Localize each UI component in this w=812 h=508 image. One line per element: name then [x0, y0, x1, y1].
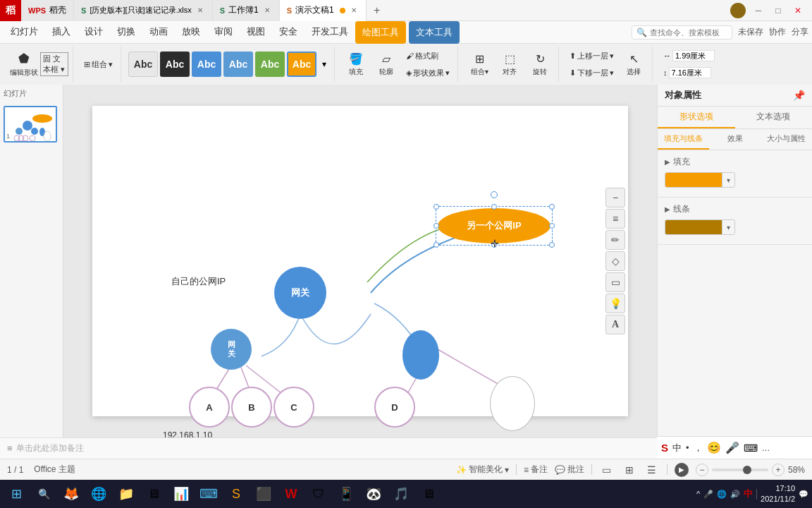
stroke-color-bar[interactable]: ▾: [665, 219, 735, 235]
slide-thumb-1[interactable]: 1: [4, 106, 57, 143]
node-c[interactable]: C: [273, 387, 314, 428]
ribbon-tab-transition[interactable]: 切换: [110, 21, 142, 44]
style-swatch-0[interactable]: Abc: [128, 52, 158, 77]
style-swatch-3[interactable]: Abc: [223, 52, 253, 77]
format-brush-button[interactable]: 🖌 格式刷: [402, 48, 453, 64]
tab-close-xlsx2[interactable]: ✕: [262, 6, 272, 16]
style-swatch-5[interactable]: Abc: [287, 52, 316, 77]
ime-mic[interactable]: 🎤: [725, 441, 739, 454]
prop-subtab-effect[interactable]: 效果: [709, 129, 761, 150]
user-avatar[interactable]: [730, 3, 746, 18]
prop-tab-shape[interactable]: 形状选项: [658, 107, 735, 128]
gateway1-node[interactable]: 网关: [274, 267, 326, 319]
main-ellipse[interactable]: 另一个公网IP: [438, 208, 550, 243]
taskbar-monitor[interactable]: 🖥: [141, 481, 166, 507]
edit-shape-button[interactable]: ⬟ 编辑形状: [10, 47, 38, 81]
taskbar-start[interactable]: ⊞: [4, 481, 29, 507]
handle-bl[interactable]: [433, 242, 439, 248]
ribbon-tab-insert[interactable]: 插入: [45, 21, 78, 44]
taskbar-calc[interactable]: 📊: [168, 481, 194, 507]
tab-xlsx2[interactable]: S 工作簿1 ✕: [213, 0, 280, 21]
zoom-in-btn[interactable]: +: [772, 464, 785, 476]
zoom-level[interactable]: 58%: [788, 465, 805, 475]
style-swatch-1[interactable]: Abc: [160, 52, 190, 77]
prop-tab-text[interactable]: 文本选项: [735, 107, 813, 128]
merge-shape-button[interactable]: ⊞ 组合▾: [80, 56, 116, 72]
ribbon-tab-design[interactable]: 设计: [78, 21, 110, 44]
float-btn-layers[interactable]: ≡: [605, 209, 625, 229]
taskbar-mac[interactable]: 🖥: [416, 481, 441, 507]
node-b[interactable]: B: [231, 387, 272, 428]
slide-canvas[interactable]: 自己的公网IP 192.168.1.10 另一个公网IP 网关 网关: [92, 106, 628, 416]
outline-button[interactable]: ▱ 轮廓: [372, 47, 400, 81]
ribbon-tab-slideshow[interactable]: 放映: [175, 21, 207, 44]
view-grid-btn[interactable]: ⊞: [622, 462, 637, 478]
taskbar-panda[interactable]: 🐼: [361, 481, 386, 507]
ribbon-tab-review[interactable]: 审阅: [207, 21, 240, 44]
stroke-color-dropdown[interactable]: ▾: [722, 220, 734, 234]
group-button[interactable]: ⊞ 组合▾: [465, 47, 493, 81]
fill-color-dropdown[interactable]: ▾: [722, 173, 734, 187]
zoom-slider[interactable]: [712, 468, 768, 471]
style-more-button[interactable]: ▾: [319, 59, 330, 69]
align-button[interactable]: ⬚ 对齐: [496, 47, 524, 81]
blue-ellipse-node[interactable]: [402, 330, 439, 380]
prop-subtab-fill[interactable]: 填充与线条: [658, 129, 709, 150]
ribbon-tab-text[interactable]: 文本工具: [409, 21, 460, 44]
taskbar-wps-red[interactable]: W: [278, 481, 304, 507]
ribbon-tab-slides[interactable]: 幻灯片: [4, 21, 45, 44]
ime-s-icon[interactable]: S: [661, 442, 668, 454]
tray-icon-sound[interactable]: 🔊: [730, 490, 740, 499]
taskbar-firefox[interactable]: 🦊: [59, 481, 84, 507]
fill-color-bar[interactable]: ▾: [665, 172, 735, 188]
zoom-out-btn[interactable]: −: [696, 464, 708, 476]
comment-btn[interactable]: 💬 批注: [555, 464, 584, 476]
width-input[interactable]: [672, 50, 715, 61]
taskbar-app2[interactable]: 🛡: [306, 481, 331, 507]
maximize-button[interactable]: □: [771, 4, 785, 18]
ime-keyboard[interactable]: ⌨: [744, 442, 758, 454]
handle-br[interactable]: [549, 242, 555, 248]
gateway2-node[interactable]: 网关: [211, 329, 252, 370]
fill-section-title[interactable]: ▶ 填充: [665, 156, 805, 168]
ime-comma[interactable]: ，: [694, 442, 703, 454]
handle-rotate[interactable]: [491, 191, 498, 198]
ribbon-tab-drawing[interactable]: 绘图工具: [355, 21, 406, 44]
ribbon-tab-developer[interactable]: 开发工具: [304, 21, 355, 44]
ribbon-tab-security[interactable]: 安全: [272, 21, 304, 44]
unsaved-label[interactable]: 未保存: [738, 26, 763, 38]
float-btn-shape[interactable]: ◇: [605, 251, 625, 271]
node-a[interactable]: A: [189, 387, 230, 428]
close-button[interactable]: ✕: [791, 4, 805, 18]
zoom-thumb[interactable]: [743, 466, 751, 474]
ribbon-tab-animation[interactable]: 动画: [142, 21, 175, 44]
search-input[interactable]: [650, 28, 727, 37]
canvas-area[interactable]: 自己的公网IP 192.168.1.10 另一个公网IP 网关 网关: [63, 85, 657, 437]
fill-button[interactable]: 🪣 填充: [342, 47, 370, 81]
tab-close-ppt[interactable]: ✕: [349, 6, 359, 16]
stroke-section-title[interactable]: ▶ 线条: [665, 203, 805, 215]
float-btn-text[interactable]: A: [605, 315, 625, 334]
tray-notifications[interactable]: 💬: [799, 490, 808, 499]
taskbar-spt[interactable]: S: [223, 481, 249, 507]
tray-zh-label[interactable]: 中: [744, 488, 753, 500]
view-normal-btn[interactable]: ▭: [599, 462, 615, 478]
style-swatch-4[interactable]: Abc: [255, 52, 285, 77]
tray-expand[interactable]: ^: [696, 490, 700, 498]
taskbar-terminal[interactable]: ⬛: [251, 481, 276, 507]
float-btn-pen[interactable]: ✏: [605, 230, 625, 250]
smart-beauty-btn[interactable]: ✨ 智能美化 ▾: [456, 464, 509, 476]
collab-label[interactable]: 协作: [769, 26, 786, 38]
slideshow-btn[interactable]: ▶: [675, 463, 689, 477]
share-label[interactable]: 分享: [792, 26, 808, 38]
float-btn-minus[interactable]: −: [605, 188, 625, 207]
node-d[interactable]: D: [374, 387, 415, 428]
ime-more[interactable]: …: [762, 443, 770, 453]
right-panel-pin[interactable]: 📌: [793, 90, 805, 101]
tab-ppt[interactable]: S 演示文稿1 ✕: [280, 0, 367, 21]
select-button[interactable]: ↖ 选择: [620, 47, 648, 81]
ribbon-tab-view[interactable]: 视图: [240, 21, 272, 44]
style-swatch-2[interactable]: Abc: [192, 52, 221, 77]
bring-forward-button[interactable]: ⬆ 上移一层▾: [566, 48, 617, 64]
taskbar-search[interactable]: 🔍: [31, 481, 56, 507]
